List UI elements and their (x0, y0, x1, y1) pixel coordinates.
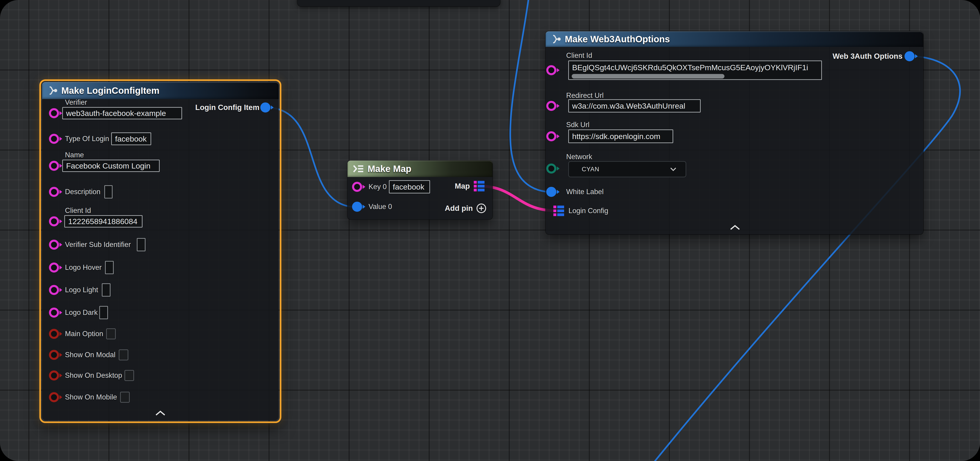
pin-label-show-on-mobile: Show On Mobile (65, 393, 117, 401)
make-map-icon (353, 164, 364, 173)
pin-label-redirect-url: Redirect Url (566, 91, 604, 100)
network-dropdown[interactable]: CYAN (568, 161, 686, 178)
pin-label-description: Description (65, 188, 100, 196)
pin-description[interactable] (48, 187, 62, 197)
add-pin-icon[interactable] (476, 203, 487, 214)
pin-show-on-mobile[interactable] (48, 392, 62, 402)
wire-top-to-whitelabel[interactable] (510, 0, 549, 192)
node-make-web3authoptions[interactable]: Make Web3AuthOptions Web 3Auth Options C… (546, 31, 923, 234)
pin-label-show-on-desktop: Show On Desktop (65, 371, 122, 380)
pin-label-name: Name (65, 151, 84, 159)
pin-label-show-on-modal: Show On Modal (65, 351, 116, 359)
show-on-mobile-checkbox[interactable] (120, 392, 130, 403)
node-header[interactable]: Make Web3AuthOptions (546, 31, 923, 47)
pin-network[interactable] (546, 163, 559, 174)
output-pin-label: Login Config Item (196, 103, 259, 112)
pin-show-on-modal[interactable] (48, 350, 62, 360)
selection-outline-make-loginconfigitem: Make LoginConfigItem Login Config Item V… (39, 79, 282, 423)
pin-label-network: Network (566, 153, 592, 161)
make-struct-icon (47, 85, 58, 96)
pin-label-type-of-login: Type Of Login (65, 135, 109, 143)
pin-login-config-item-output[interactable] (260, 102, 273, 113)
pin-label-logo-light: Logo Light (65, 286, 98, 294)
blueprint-graph-canvas[interactable]: Make LoginConfigItem Login Config Item V… (0, 0, 980, 461)
node-header[interactable]: Make Map (347, 161, 493, 177)
logo-dark-field[interactable] (99, 306, 108, 319)
pin-redirect-url[interactable] (546, 101, 559, 111)
pin-label-main-option: Main Option (65, 330, 103, 338)
pin-client-id[interactable] (48, 216, 62, 227)
pin-logo-light[interactable] (48, 285, 62, 295)
logo-hover-field[interactable] (105, 261, 114, 274)
pin-client-id[interactable] (546, 65, 559, 75)
pin-map-output[interactable] (474, 181, 485, 191)
type-of-login-field[interactable]: facebook (111, 132, 151, 145)
output-pin-label: Web 3Auth Options (832, 52, 902, 60)
logo-light-field[interactable] (102, 283, 110, 297)
node-title: Make Web3AuthOptions (565, 34, 670, 45)
pin-verifier[interactable] (48, 108, 62, 118)
chevron-down-icon (670, 167, 676, 171)
client-id-field[interactable]: 1222658941886084 (64, 215, 143, 227)
pin-label-verifier: Verifier (65, 99, 87, 107)
pin-label-verifier-sub-identifier: Verifier Sub Identifier (65, 240, 131, 249)
network-selected-value: CYAN (582, 166, 599, 173)
verifier-sub-identifier-field[interactable] (137, 238, 145, 251)
verifier-field[interactable]: web3auth-facebook-example (62, 107, 182, 119)
collapse-chevron-icon[interactable] (155, 410, 165, 416)
node-make-map[interactable]: Make Map Key 0 facebook Map Value 0 Add … (347, 161, 493, 219)
node-title: Make Map (368, 164, 411, 174)
pin-sdk-url[interactable] (546, 131, 559, 141)
pin-web3auth-options-output[interactable] (904, 51, 917, 62)
node-title: Make LoginConfigItem (61, 86, 159, 96)
wire-map-to-loginconfig[interactable] (482, 186, 555, 211)
pin-type-of-login[interactable] (48, 134, 62, 144)
pin-login-config[interactable] (554, 205, 565, 216)
show-on-modal-checkbox[interactable] (119, 350, 128, 360)
node-header[interactable]: Make LoginConfigItem (42, 82, 278, 99)
client-id-field[interactable]: BEglQSgt4cUWcj6SKRdu5QkOXTsePmMcusG5EAoy… (568, 60, 822, 80)
output-pin-label: Map (455, 182, 470, 191)
sdk-url-field[interactable]: https://sdk.openlogin.com (568, 129, 673, 143)
redirect-url-field[interactable]: w3a://com.w3a.Web3AuthUnreal (568, 99, 701, 113)
pin-main-option[interactable] (48, 329, 62, 339)
pin-label-login-config: Login Config (568, 207, 608, 215)
pin-label-logo-hover: Logo Hover (65, 264, 102, 272)
add-pin-label: Add pin (445, 204, 473, 213)
pin-show-on-desktop[interactable] (48, 370, 62, 381)
pin-value-0[interactable] (352, 202, 365, 212)
make-struct-icon (550, 34, 561, 45)
pin-white-label[interactable] (546, 187, 559, 197)
partial-node-top[interactable] (298, 0, 500, 6)
main-option-checkbox[interactable] (106, 328, 116, 339)
pin-label-logo-dark: Logo Dark (65, 308, 98, 317)
collapse-chevron-icon[interactable] (730, 224, 740, 230)
pin-logo-hover[interactable] (48, 262, 62, 273)
pin-label-value-0: Value 0 (369, 203, 392, 211)
client-id-value: BEglQSgt4cUWcj6SKRdu5QkOXTsePmMcusG5EAoy… (572, 63, 808, 72)
pin-label-key-0: Key 0 (369, 183, 387, 191)
client-id-scrollbar[interactable] (572, 74, 724, 79)
pin-label-client-id: Client Id (566, 51, 592, 60)
description-field[interactable] (104, 185, 113, 199)
pin-name[interactable] (48, 161, 62, 171)
pin-label-sdk-url: Sdk Url (566, 121, 590, 129)
node-make-loginconfigitem[interactable]: Make LoginConfigItem Login Config Item V… (42, 82, 278, 420)
pin-logo-dark[interactable] (48, 307, 62, 318)
pin-verifier-sub-identifier[interactable] (48, 239, 62, 250)
pin-label-white-label: White Label (566, 188, 604, 196)
key-0-field[interactable]: facebook (389, 180, 430, 194)
show-on-desktop-checkbox[interactable] (124, 370, 134, 381)
pin-label-client-id: Client Id (65, 207, 91, 215)
name-field[interactable]: Facebook Custom Login (62, 160, 160, 172)
pin-key-0[interactable] (352, 181, 365, 192)
